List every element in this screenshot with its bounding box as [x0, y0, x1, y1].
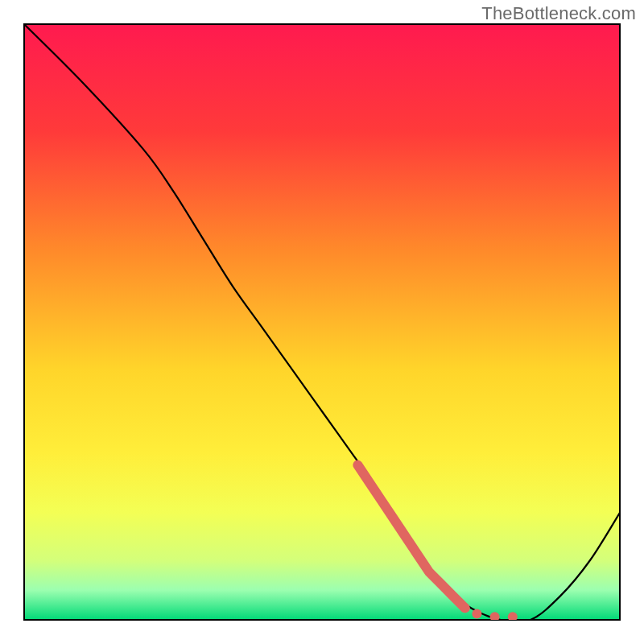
highlight-dot	[472, 609, 481, 619]
attribution-text: TheBottleneck.com	[481, 3, 636, 24]
plot-background	[24, 24, 620, 620]
chart-stage: TheBottleneck.com	[0, 0, 644, 644]
highlight-dot	[460, 603, 470, 613]
chart-svg	[0, 0, 644, 644]
